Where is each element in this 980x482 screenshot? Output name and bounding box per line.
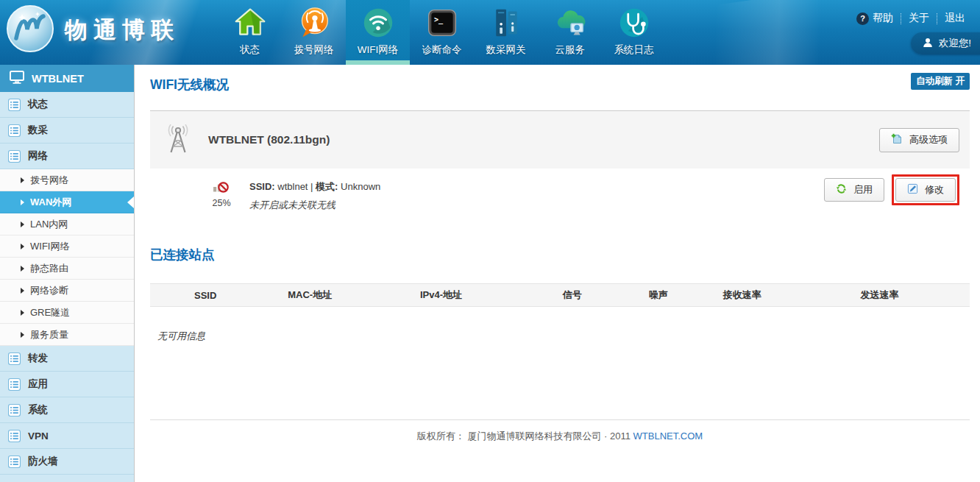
advanced-options-button[interactable]: 高级选项	[879, 128, 959, 152]
sidebar-item-label: LAN内网	[30, 218, 68, 231]
sidebar-device-header[interactable]: WTBLNET	[0, 65, 134, 92]
red-highlight-annotation: 修改	[892, 174, 959, 205]
wifi-icon	[361, 6, 395, 40]
signal-percent: 25%	[212, 198, 230, 208]
copyright-text: 版权所有： 厦门物通博联网络科技有限公司 · 2011	[417, 430, 633, 442]
sidebar-item-system[interactable]: 系统	[0, 397, 134, 423]
sidebar-partial-row	[0, 475, 134, 482]
page-footer: 版权所有： 厦门物通博联网络科技有限公司 · 2011 WTBLNET.COM	[150, 419, 970, 482]
footer-link[interactable]: WTBLNET.COM	[633, 430, 703, 442]
list-icon	[8, 99, 21, 111]
help-link[interactable]: ? 帮助	[849, 12, 901, 25]
brand-logo: 物通博联	[6, 4, 180, 55]
main-content: WIFI无线概况 自动刷新 开 WTBLNET (802.11bgn)	[135, 65, 980, 482]
monitor-icon	[10, 71, 24, 86]
mode-label: 模式:	[316, 181, 338, 192]
sidebar-item-forwarding[interactable]: 转发	[0, 346, 134, 372]
dial-network-icon	[297, 6, 331, 40]
sidebar-item-application[interactable]: 应用	[0, 372, 134, 397]
nav-label: WIFI网络	[358, 43, 399, 57]
nav-label: 云服务	[555, 43, 585, 57]
logout-link[interactable]: 退出	[937, 12, 973, 25]
wifi-status-text: 未开启或未关联无线	[249, 199, 380, 212]
caret-right-icon	[21, 288, 24, 294]
about-link[interactable]: 关于	[901, 12, 937, 25]
sidebar-item-label: VPN	[28, 430, 49, 442]
signal-disabled-icon	[213, 178, 230, 196]
nav-tab-cloud-service[interactable]: 云服务	[538, 0, 602, 65]
sidebar: WTBLNET 状态 数采 网络 拨号网络 WAN外网 LAN内网 WIF	[0, 65, 135, 482]
question-icon: ?	[856, 13, 869, 25]
sidebar-item-lan[interactable]: LAN内网	[0, 213, 134, 235]
sidebar-item-network-diagnosis[interactable]: 网络诊断	[0, 280, 134, 302]
sidebar-item-static-route[interactable]: 静态路由	[0, 258, 134, 280]
sidebar-item-dial-network[interactable]: 拨号网络	[0, 169, 134, 191]
brand-name: 物通博联	[65, 15, 180, 46]
sidebar-item-label: 转发	[28, 352, 48, 365]
col-mac: MAC-地址	[260, 284, 359, 307]
help-label: 帮助	[873, 12, 893, 25]
sidebar-item-vpn[interactable]: VPN	[0, 423, 134, 449]
list-icon	[8, 378, 21, 391]
enable-label: 启用	[853, 183, 873, 196]
sidebar-item-data-acquisition[interactable]: 数采	[0, 118, 134, 143]
nav-label: 系统日志	[614, 43, 654, 57]
sidebar-item-firewall[interactable]: 防火墙	[0, 449, 134, 475]
sidebar-item-label: GRE隧道	[30, 306, 70, 319]
nav-tab-dial-network[interactable]: 拨号网络	[282, 0, 346, 65]
col-tx-rate: 发送速率	[789, 284, 970, 307]
nav-tab-diagnostic-command[interactable]: >_ 诊断命令	[410, 0, 474, 65]
auto-refresh-toggle[interactable]: 自动刷新 开	[911, 73, 970, 90]
logo-sphere-icon	[6, 4, 54, 55]
device-name: WTBLNET	[32, 73, 84, 85]
sidebar-item-wifi-network[interactable]: WIFI网络	[0, 235, 134, 258]
sidebar-item-label: 应用	[28, 378, 48, 391]
sidebar-item-label: 数采	[28, 124, 48, 137]
list-icon	[8, 456, 21, 468]
nav-tab-system-log[interactable]: 系统日志	[602, 0, 666, 65]
logs-icon	[617, 6, 651, 40]
modify-label: 修改	[925, 183, 944, 196]
wifi-status-row: 25% SSID: wtblnet | 模式: Unknown 未开启或未关联无…	[150, 169, 970, 225]
list-icon	[8, 404, 21, 417]
sidebar-item-wan[interactable]: WAN外网	[0, 191, 134, 213]
nav-tab-wifi-network[interactable]: WIFI网络	[346, 0, 410, 65]
sidebar-item-label: 网络诊断	[30, 284, 68, 297]
caret-right-icon	[21, 332, 24, 338]
caret-right-icon	[21, 310, 24, 316]
page-plus-icon	[891, 133, 903, 147]
top-header: 物通博联 状态	[0, 0, 980, 65]
welcome-button[interactable]: 欢迎您!	[911, 32, 980, 54]
sidebar-item-label: 静态路由	[30, 262, 68, 275]
sidebar-item-status[interactable]: 状态	[0, 92, 134, 118]
sidebar-item-label: 服务质量	[30, 328, 68, 341]
nav-tab-status[interactable]: 状态	[218, 0, 282, 65]
enable-button[interactable]: 启用	[824, 178, 884, 202]
nav-tab-data-gateway[interactable]: 数采网关	[474, 0, 538, 65]
col-noise: 噪声	[622, 284, 695, 307]
list-icon	[8, 352, 21, 365]
sidebar-item-label: 状态	[28, 98, 48, 111]
sidebar-item-gre-tunnel[interactable]: GRE隧道	[0, 302, 134, 324]
caret-right-icon	[21, 266, 24, 272]
table-header-row: SSID MAC-地址 IPv4-地址 信号 噪声 接收速率 发送速率	[150, 284, 970, 307]
gateway-icon	[489, 6, 523, 40]
cloud-icon	[553, 6, 587, 40]
user-icon	[923, 38, 933, 50]
col-ssid: SSID	[150, 284, 260, 307]
sidebar-item-label: 防火墙	[28, 455, 58, 468]
caret-right-icon	[21, 221, 24, 227]
col-signal: 信号	[523, 284, 622, 307]
refresh-icon	[836, 183, 847, 196]
modify-button[interactable]: 修改	[895, 178, 956, 202]
sidebar-item-qos[interactable]: 服务质量	[0, 324, 134, 346]
sidebar-item-network[interactable]: 网络	[0, 143, 134, 169]
nav-label: 状态	[240, 43, 260, 57]
list-icon	[8, 430, 21, 442]
col-ipv4: IPv4-地址	[359, 284, 523, 307]
home-icon	[233, 6, 267, 40]
col-rx-rate: 接收速率	[695, 284, 789, 307]
ssid-mode-line: SSID: wtblnet | 模式: Unknown	[249, 180, 380, 194]
sidebar-item-label: WAN外网	[30, 196, 71, 209]
welcome-label: 欢迎您!	[939, 37, 971, 50]
